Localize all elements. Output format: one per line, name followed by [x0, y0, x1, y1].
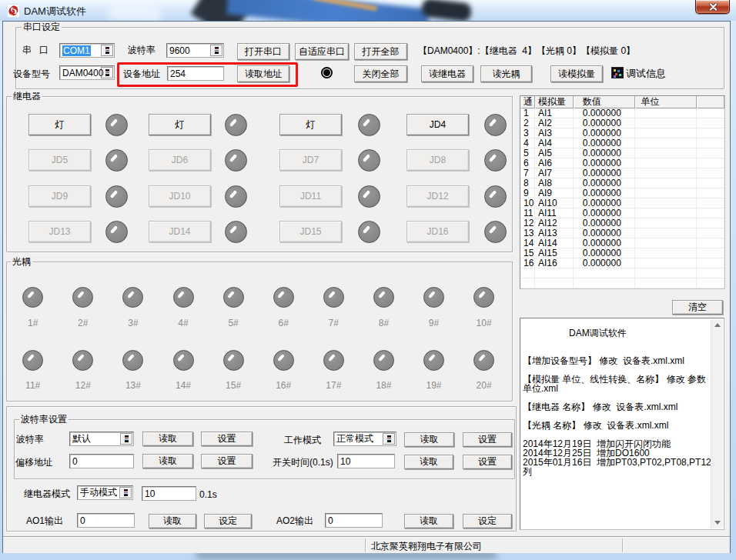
opto-led-1 [22, 287, 43, 308]
ao1-output-label: AO1输出 [26, 515, 63, 526]
work-mode-set-button[interactable]: 设置 [463, 432, 512, 447]
table-cell [697, 238, 724, 248]
relay-button-5: JD5 [28, 149, 91, 171]
baud-rate-dropdown-icon[interactable] [210, 45, 222, 56]
table-row[interactable]: 12AI120.000000 [520, 218, 724, 228]
read-analog-button[interactable]: 读模拟量 [550, 65, 603, 82]
ao2-set-button[interactable]: 设定 [463, 514, 512, 528]
relay-time-input[interactable]: 10 [142, 486, 196, 501]
ao1-output-input[interactable]: 0 [77, 513, 135, 528]
table-row[interactable]: 7AI70.000000 [520, 168, 724, 178]
read-relay-button[interactable]: 读继电器 [421, 65, 473, 82]
device-model-select[interactable]: DAM0400 [59, 65, 115, 80]
serial-settings-group-title: 串口设定 [22, 22, 62, 33]
serial-port-select[interactable]: COM1 [59, 43, 115, 58]
table-cell [574, 268, 636, 278]
ao2-output-input[interactable]: 0 [325, 513, 383, 528]
relay-mode-select[interactable]: 手动模式 [77, 485, 133, 500]
table-row[interactable]: 15AI150.000000 [520, 248, 724, 258]
table-row[interactable]: 1AI10.000000 [520, 108, 724, 118]
adaptive-serial-button[interactable]: 自适应串口 [295, 43, 349, 60]
table-row[interactable]: 13AI130.000000 [520, 228, 724, 238]
baud-setting-select[interactable]: 默认 [69, 432, 134, 446]
clear-button[interactable]: 清空 [672, 300, 723, 315]
table-cell: 1 [520, 108, 535, 118]
read-address-button[interactable]: 读取地址 [237, 65, 289, 82]
scroll-down-icon[interactable] [711, 517, 724, 528]
debug-info-label[interactable]: 调试信息 [626, 68, 666, 79]
switch-time-set-button[interactable]: 设置 [463, 455, 512, 469]
table-row[interactable]: 2AI20.000000 [520, 118, 724, 128]
read-opto-button[interactable]: 读光耦 [480, 65, 532, 82]
serial-port-dropdown-icon[interactable] [101, 45, 113, 56]
open-serial-button[interactable]: 打开串口 [237, 43, 289, 60]
table-cell [697, 198, 724, 208]
analog-col-header-4[interactable]: 单位 [635, 96, 697, 108]
opto-led-label-18: 18# [366, 380, 400, 391]
analog-col-header-3[interactable]: 数值 [574, 96, 636, 108]
table-row[interactable]: 4AI40.000000 [520, 138, 724, 148]
relay-mode-dropdown-icon[interactable] [119, 487, 132, 498]
table-cell: 0.000000 [574, 188, 636, 198]
open-all-button[interactable]: 打开全部 [354, 43, 407, 60]
table-cell [635, 268, 697, 278]
baud-rate-select[interactable]: 9600 [166, 43, 224, 58]
switch-time-input[interactable]: 10 [337, 454, 395, 468]
relay-button-3[interactable]: 灯 [279, 114, 342, 135]
opto-led-label-2: 2# [66, 318, 100, 328]
title-bar[interactable]: DAM调试软件 [0, 0, 736, 21]
table-row[interactable]: 9AI90.000000 [520, 188, 724, 198]
opto-led-13 [122, 350, 143, 371]
relay-led-4 [484, 114, 507, 136]
offset-read-button[interactable]: 读取 [142, 454, 193, 468]
table-cell: 6 [520, 158, 535, 168]
table-row[interactable]: 11AI110.000000 [520, 208, 724, 218]
ao1-set-button[interactable]: 设定 [204, 514, 252, 528]
baud-read-button[interactable]: 读取 [142, 432, 193, 446]
analog-table[interactable]: 通模拟量数值单位 1AI10.0000002AI20.0000003AI30.0… [520, 95, 725, 289]
baud-setting-dropdown-icon[interactable] [120, 433, 132, 445]
table-cell: AI2 [535, 118, 574, 128]
table-row[interactable]: 6AI60.000000 [520, 158, 724, 168]
table-cell [635, 208, 697, 218]
device-address-input[interactable]: 254 [167, 66, 224, 81]
table-cell [697, 128, 724, 138]
switch-time-read-button[interactable]: 读取 [404, 455, 453, 469]
table-row[interactable]: 16AI160.000000 [520, 258, 724, 268]
table-row[interactable]: 5AI50.000000 [520, 148, 724, 158]
opto-led-19 [423, 350, 444, 371]
analog-col-header-1[interactable]: 通 [520, 96, 535, 108]
baud-set-button[interactable]: 设置 [201, 432, 253, 446]
work-mode-read-button[interactable]: 读取 [404, 432, 454, 447]
table-cell [697, 178, 724, 188]
work-mode-dropdown-icon[interactable] [383, 433, 395, 445]
table-row[interactable]: 8AI80.000000 [520, 178, 724, 188]
analog-col-header-5[interactable] [697, 96, 724, 108]
ao1-read-button[interactable]: 读取 [149, 514, 196, 528]
close-all-button[interactable]: 关闭全部 [354, 65, 407, 82]
scroll-up-icon[interactable] [711, 319, 724, 331]
relay-group: 继电器 灯灯灯JD4JD5JD6JD7JD8JD9JD10JD11JD12JD1… [6, 96, 513, 252]
relay-button-4[interactable]: JD4 [406, 114, 469, 135]
table-row[interactable] [520, 268, 724, 278]
table-row[interactable]: 14AI140.000000 [520, 238, 724, 248]
table-cell: AI10 [535, 198, 574, 208]
table-cell: 0.000000 [574, 158, 636, 168]
ao2-read-button[interactable]: 读取 [404, 514, 453, 528]
relay-button-2[interactable]: 灯 [149, 114, 211, 135]
relay-button-1[interactable]: 灯 [28, 114, 91, 135]
offset-set-button[interactable]: 设置 [201, 454, 253, 468]
offset-address-input[interactable]: 0 [69, 454, 134, 468]
analog-col-header-2[interactable]: 模拟量 [535, 96, 574, 108]
log-scrollbar[interactable] [711, 319, 723, 528]
table-cell: 11 [520, 208, 535, 218]
table-row[interactable]: 10AI100.000000 [520, 198, 724, 208]
log-panel[interactable]: DAM调试软件【增加设备型号】 修改 设备表.xml.xml【模拟量 单位、线性… [520, 318, 724, 530]
relay-group-title: 继电器 [12, 91, 42, 102]
table-row[interactable]: 3AI30.000000 [520, 128, 724, 138]
table-cell: AI8 [535, 178, 574, 188]
work-mode-select[interactable]: 正常模式 [333, 432, 396, 446]
close-button[interactable] [695, 0, 730, 14]
opto-led-6 [273, 287, 294, 308]
table-row[interactable] [520, 278, 724, 288]
